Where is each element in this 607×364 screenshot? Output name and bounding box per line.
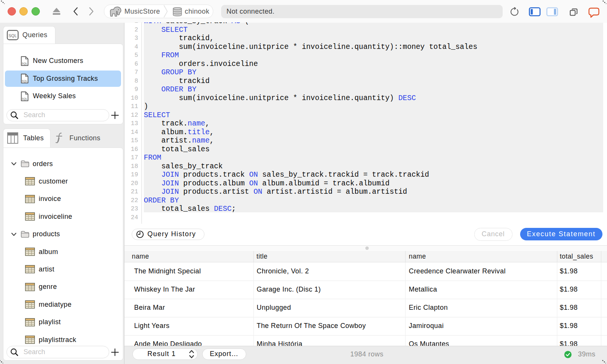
svg-text:SQL: SQL [22,97,27,100]
svg-text:SQL: SQL [22,79,27,83]
svg-text:SQL: SQL [9,33,17,38]
svg-text:SQL: SQL [22,61,27,65]
